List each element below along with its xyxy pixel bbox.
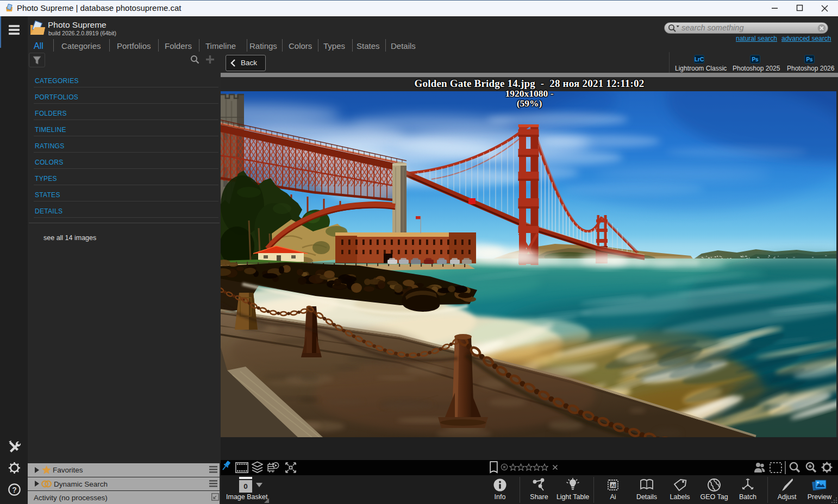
svg-text:AI: AI (611, 483, 616, 488)
svg-text:?: ? (12, 486, 17, 494)
